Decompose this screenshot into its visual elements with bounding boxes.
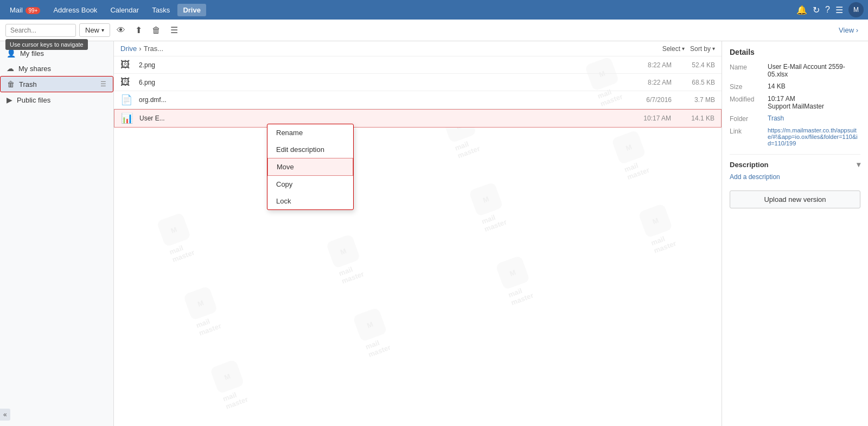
file-time: 8:22 AM <box>628 61 672 69</box>
details-panel: Details Name User E-Mail Account 2559-05… <box>722 41 868 426</box>
context-menu-copy[interactable]: Copy <box>267 176 353 193</box>
file-size: 68.5 KB <box>677 79 715 86</box>
upload-new-version-button[interactable]: Upload new version <box>730 190 860 208</box>
spreadsheet-icon: 📊 <box>121 112 134 124</box>
description-section: Description ▾ Add a description <box>730 154 860 181</box>
help-icon[interactable]: ? <box>825 5 830 15</box>
file-name: org.dmf... <box>139 96 623 104</box>
detail-link-row: Link https://m.mailmaster.co.th/appsuite… <box>730 127 860 147</box>
nav-address-book[interactable]: Address Book <box>48 4 103 16</box>
breadcrumb-separator: › <box>139 44 141 53</box>
context-menu: Rename Edit description Move Copy Lock <box>267 124 354 210</box>
detail-size-label: Size <box>730 82 768 91</box>
file-time: 8:22 AM <box>628 79 672 86</box>
detail-link-value[interactable]: https://m.mailmaster.co.th/appsuite/#!&a… <box>768 127 860 147</box>
settings-icon[interactable]: ☰ <box>835 5 843 15</box>
search-tooltip: Use cursor keys to navigate <box>5 39 88 50</box>
refresh-icon[interactable]: ↻ <box>813 5 820 15</box>
sidebar-label-public-files: Public files <box>17 96 107 104</box>
detail-modified-label: Modified <box>730 95 768 110</box>
detail-folder-label: Folder <box>730 115 768 123</box>
nav-drive[interactable]: Drive <box>177 4 206 16</box>
top-navigation: Mail 99+ Address Book Calendar Tasks Dri… <box>0 0 868 20</box>
description-header[interactable]: Description ▾ <box>730 160 860 169</box>
detail-modified-row: Modified 10:17 AMSupport MailMaster <box>730 95 860 110</box>
context-menu-move[interactable]: Move <box>267 158 353 176</box>
nav-mail[interactable]: Mail 99+ <box>4 4 46 16</box>
sidebar-label-trash: Trash <box>19 80 96 88</box>
main-container: 👤 My files ☁ My shares 🗑 Trash ☰ ▶ Publi… <box>0 41 868 426</box>
delete-icon[interactable]: 🗑 <box>149 23 164 37</box>
mail-badge: 99+ <box>25 7 40 14</box>
file-time: 10:17 AM <box>628 115 671 122</box>
search-box: Use cursor keys to navigate <box>5 24 76 37</box>
detail-name-value: User E-Mail Account 2559-05.xlsx <box>768 63 860 78</box>
sidebar-item-public-files[interactable]: ▶ Public files <box>0 92 113 107</box>
sidebar-label-my-shares: My shares <box>18 65 107 73</box>
file-name: 6.png <box>139 79 623 86</box>
detail-folder-value[interactable]: Trash <box>768 115 860 123</box>
detail-size-value: 14 KB <box>768 82 860 91</box>
nav-icons: 🔔 ↻ ? ☰ M <box>796 2 864 17</box>
sort-caret-icon: ▾ <box>712 46 715 52</box>
detail-modified-value: 10:17 AMSupport MailMaster <box>768 95 860 110</box>
file-generic-icon: 📄 <box>120 94 133 106</box>
sidebar-item-trash[interactable]: 🗑 Trash ☰ <box>0 76 113 92</box>
toolbar: Use cursor keys to navigate New ▾ 👁 ⬆ 🗑 … <box>0 20 868 41</box>
notification-icon[interactable]: 🔔 <box>796 5 807 15</box>
share-icon: ☁ <box>7 64 14 73</box>
description-chevron-icon: ▾ <box>857 160 860 169</box>
chevron-right-icon: ▶ <box>7 96 12 104</box>
context-menu-rename[interactable]: Rename <box>267 124 353 141</box>
sidebar-collapse-button[interactable]: « <box>0 409 10 421</box>
more-options-icon[interactable]: ☰ <box>167 23 181 37</box>
search-input[interactable] <box>5 24 76 37</box>
select-caret-icon: ▾ <box>682 46 685 52</box>
sidebar-label-my-files: My files <box>20 49 107 58</box>
new-caret-icon: ▾ <box>101 27 104 33</box>
person-icon: 👤 <box>7 49 16 58</box>
new-button[interactable]: New ▾ <box>79 23 110 37</box>
detail-name-label: Name <box>730 63 768 78</box>
detail-size-row: Size 14 KB <box>730 82 860 91</box>
detail-link-label: Link <box>730 127 768 147</box>
view-button[interactable]: View › <box>834 24 863 36</box>
detail-folder-row: Folder Trash <box>730 115 860 123</box>
sidebar: 👤 My files ☁ My shares 🗑 Trash ☰ ▶ Publi… <box>0 41 114 426</box>
breadcrumb-trash: Tras... <box>144 44 163 53</box>
selected-file-row[interactable]: 📊 User E... 10:17 AM 14.1 KB <box>114 109 722 128</box>
detail-name-row: Name User E-Mail Account 2559-05.xlsx <box>730 63 860 78</box>
breadcrumb-drive[interactable]: Drive <box>120 44 137 53</box>
user-avatar[interactable]: M <box>848 2 864 17</box>
add-description-link[interactable]: Add a description <box>730 173 860 181</box>
file-area-header: Drive › Tras... Select ▾ Sort by ▾ <box>114 41 722 56</box>
file-time: 6/7/2016 <box>628 96 672 104</box>
context-menu-edit-description[interactable]: Edit description <box>267 141 353 158</box>
sort-button[interactable]: Sort by ▾ <box>690 45 715 53</box>
file-area: Mmailmaster Mmailmaster Mmailmaster Mmai… <box>114 41 722 426</box>
file-size: 14.1 KB <box>676 115 714 122</box>
file-row[interactable]: 🖼 2.png 8:22 AM 52.4 KB <box>114 56 722 74</box>
nav-tasks[interactable]: Tasks <box>146 4 175 16</box>
file-list: 🖼 2.png 8:22 AM 52.4 KB 🖼 6.png 8:22 AM … <box>114 56 722 128</box>
file-size: 3.7 MB <box>677 96 715 104</box>
breadcrumb: Drive › Tras... <box>120 44 163 53</box>
trash-menu-icon[interactable]: ☰ <box>100 80 106 88</box>
trash-icon: 🗑 <box>7 80 15 88</box>
file-name: User E... <box>139 115 622 122</box>
file-name: 2.png <box>139 61 623 69</box>
details-title: Details <box>730 48 860 56</box>
image-icon: 🖼 <box>120 77 133 88</box>
nav-calendar[interactable]: Calendar <box>105 4 144 16</box>
file-row[interactable]: 📄 org.dmf... 6/7/2016 3.7 MB <box>114 91 722 109</box>
select-button[interactable]: Select ▾ <box>662 45 685 53</box>
view-toggle-icon[interactable]: 👁 <box>113 23 129 37</box>
file-size: 52.4 KB <box>677 61 715 69</box>
select-sort-bar: Select ▾ Sort by ▾ <box>662 45 715 53</box>
context-menu-lock[interactable]: Lock <box>267 193 353 209</box>
description-label: Description <box>730 161 769 169</box>
image-icon: 🖼 <box>120 59 133 71</box>
sidebar-item-my-shares[interactable]: ☁ My shares <box>0 61 113 76</box>
upload-icon[interactable]: ⬆ <box>132 23 145 37</box>
file-row[interactable]: 🖼 6.png 8:22 AM 68.5 KB <box>114 74 722 91</box>
